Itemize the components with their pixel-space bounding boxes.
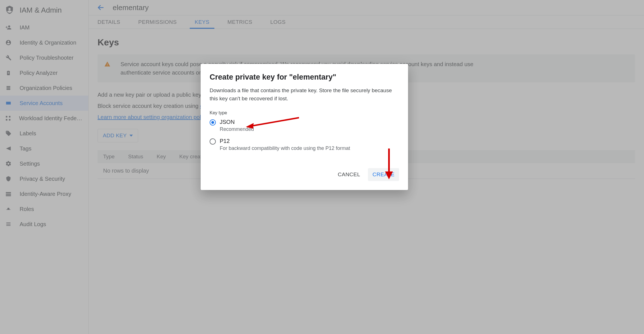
- key-type-radio-group: JSONRecommendedP12For backward compatibi…: [210, 119, 399, 151]
- cancel-button[interactable]: CANCEL: [333, 168, 365, 181]
- radio-option-p12[interactable]: P12For backward compatibility with code …: [210, 138, 399, 151]
- dialog-actions: CANCEL CREATE: [210, 168, 399, 181]
- radio-sublabel: Recommended: [220, 126, 254, 132]
- radio-sublabel: For backward compatibility with code usi…: [220, 145, 350, 151]
- radio-icon[interactable]: [210, 138, 216, 145]
- dialog-title: Create private key for "elementary": [210, 73, 399, 82]
- key-type-label: Key type: [210, 110, 399, 115]
- radio-option-json[interactable]: JSONRecommended: [210, 119, 399, 132]
- create-key-dialog: Create private key for "elementary" Down…: [201, 64, 408, 190]
- radio-icon[interactable]: [210, 119, 216, 126]
- dialog-description: Downloads a file that contains the priva…: [210, 87, 399, 103]
- radio-label: JSON: [220, 119, 254, 125]
- create-button[interactable]: CREATE: [368, 168, 399, 181]
- radio-label: P12: [220, 138, 350, 144]
